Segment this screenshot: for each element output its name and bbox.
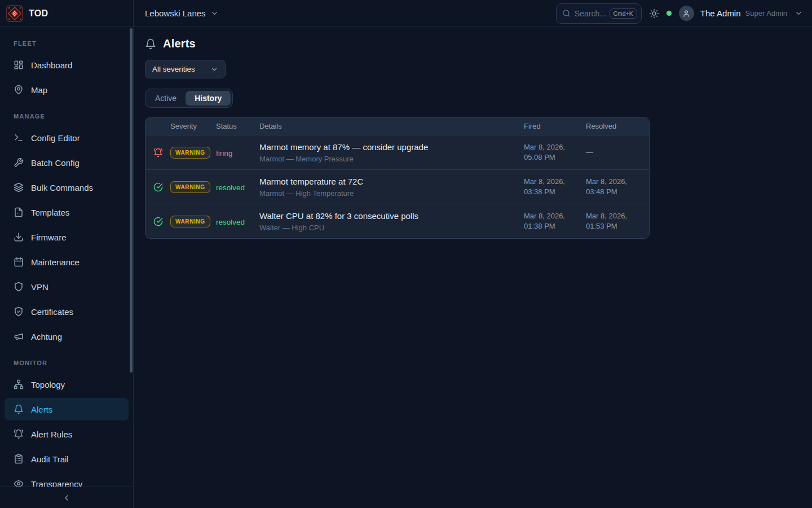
layers-icon <box>14 182 24 192</box>
sidebar-item-vpn[interactable]: VPN <box>5 275 129 298</box>
sidebar-item-achtung[interactable]: Achtung <box>5 325 129 348</box>
sidebar-item-templates[interactable]: Templates <box>5 201 129 224</box>
chevron-down-icon <box>795 9 803 17</box>
sidebar-item-label: Alerts <box>31 405 52 414</box>
search-input[interactable] <box>575 9 606 18</box>
sidebar-item-certificates[interactable]: Certificates <box>5 300 129 323</box>
sidebar-item-transparency[interactable]: Transparency <box>5 472 129 487</box>
sidebar-collapse-button[interactable] <box>62 493 71 502</box>
search-shortcut-badge: Cmd+K <box>610 8 637 19</box>
fired-timestamp: Mar 8, 2026, 01:38 PM <box>524 211 586 231</box>
column-header-resolved: Resolved <box>586 122 649 130</box>
severity-badge: WARNING <box>170 216 210 227</box>
bell-icon <box>145 38 156 50</box>
user-icon <box>682 10 690 17</box>
brand[interactable]: TOD <box>0 0 134 27</box>
section-label: MANAGE <box>0 108 133 124</box>
app-title: TOD <box>29 8 48 19</box>
status-text: resolved <box>216 183 245 192</box>
terminal-icon <box>14 133 24 143</box>
sidebar-section-manage: MANAGE Config Editor Batch Config Bulk C… <box>0 108 133 348</box>
column-header-status: Status <box>216 122 259 130</box>
alert-subtitle: Walter — High CPU <box>259 224 515 232</box>
org-name: Lebowski Lanes <box>145 8 206 18</box>
table-row[interactable]: WARNING firing Marmot memory at 87% — co… <box>145 135 649 169</box>
sidebar-item-label: Achtung <box>31 332 62 341</box>
sidebar-item-label: Bulk Commands <box>31 183 93 192</box>
resolved-timestamp: — <box>586 147 649 157</box>
table-row[interactable]: WARNING resolved Marmot temperature at 7… <box>145 169 649 204</box>
chevron-left-icon <box>62 493 71 502</box>
sidebar-item-firmware[interactable]: Firmware <box>5 226 129 248</box>
calendar-icon <box>14 257 24 267</box>
sidebar-item-label: Map <box>31 85 47 95</box>
sidebar-item-label: VPN <box>31 282 48 292</box>
severity-badge: WARNING <box>170 147 210 159</box>
sidebar-item-map[interactable]: Map <box>5 78 129 101</box>
shield-icon <box>14 282 24 292</box>
user-name: The Admin <box>700 8 741 18</box>
sidebar-item-label: Transparency <box>31 479 82 487</box>
theme-toggle-button[interactable] <box>649 8 659 19</box>
column-header-details: Details <box>259 122 524 130</box>
sidebar-item-dashboard[interactable]: Dashboard <box>5 54 129 76</box>
column-header-severity: Severity <box>170 122 216 130</box>
sidebar-item-label: Maintenance <box>31 257 80 267</box>
sidebar-item-alerts[interactable]: Alerts <box>5 398 129 421</box>
sidebar-item-label: Audit Trail <box>31 454 69 464</box>
sidebar-item-label: Dashboard <box>31 60 72 70</box>
topbar: TOD Lebowski Lanes Cmd+K Th <box>0 0 812 27</box>
dashboard-icon <box>14 60 24 70</box>
user-menu-button[interactable] <box>795 9 803 17</box>
sidebar-item-batch-config[interactable]: Batch Config <box>5 151 129 174</box>
sidebar-item-label: Batch Config <box>31 158 80 168</box>
fired-timestamp: Mar 8, 2026, 03:38 PM <box>524 177 586 196</box>
sidebar-footer <box>0 487 133 508</box>
alert-subtitle: Marmot — Memory Pressure <box>259 155 515 163</box>
app-logo-icon <box>6 5 23 22</box>
sidebar-item-alert-rules[interactable]: Alert Rules <box>5 423 129 445</box>
alerts-table: Severity Status Details Fired Resolved W… <box>145 117 650 239</box>
sidebar-item-topology[interactable]: Topology <box>5 373 129 396</box>
alert-subtitle: Marmot — High Temperature <box>259 189 515 198</box>
sidebar-item-config-editor[interactable]: Config Editor <box>5 126 129 149</box>
sidebar-section-monitor: MONITOR Topology Alerts Alert Rules <box>0 354 133 487</box>
alert-title: Walter CPU at 82% for 3 consecutive poll… <box>259 211 515 221</box>
sidebar-item-maintenance[interactable]: Maintenance <box>5 251 129 273</box>
download-icon <box>14 232 24 242</box>
fired-timestamp: Mar 8, 2026, 05:08 PM <box>524 142 586 162</box>
table-row[interactable]: WARNING resolved Walter CPU at 82% for 3… <box>145 204 649 238</box>
alert-title: Marmot temperature at 72C <box>259 177 515 186</box>
sidebar: FLEET Dashboard Map MANAGE Config Editor <box>0 27 134 508</box>
sidebar-item-label: Topology <box>31 380 65 389</box>
severity-filter-select[interactable]: All severities <box>145 60 226 78</box>
org-switcher[interactable]: Lebowski Lanes <box>145 8 219 18</box>
avatar[interactable] <box>679 6 694 21</box>
main-content: Alerts All severities Active History Sev… <box>134 27 812 508</box>
check-circle-icon <box>153 182 163 192</box>
sidebar-item-bulk-commands[interactable]: Bulk Commands <box>5 176 129 199</box>
search-box[interactable]: Cmd+K <box>556 3 642 24</box>
file-icon <box>14 207 24 217</box>
sidebar-item-label: Config Editor <box>31 133 80 143</box>
sidebar-section-fleet: FLEET Dashboard Map <box>0 35 133 101</box>
section-label: MONITOR <box>0 354 133 371</box>
check-circle-icon <box>153 217 163 226</box>
section-label: FLEET <box>0 35 133 51</box>
severity-filter-value: All severities <box>152 65 195 73</box>
status-text: resolved <box>216 218 245 226</box>
megaphone-icon <box>14 331 24 341</box>
sidebar-scrollbar[interactable] <box>130 28 133 373</box>
sidebar-item-label: Alert Rules <box>31 430 72 439</box>
map-pin-icon <box>14 85 24 95</box>
tab-history[interactable]: History <box>186 91 231 106</box>
page-title: Alerts <box>163 37 196 50</box>
topbar-actions: Cmd+K The Admin Super Admin <box>556 3 812 24</box>
resolved-timestamp: Mar 8, 2026, 03:48 PM <box>586 177 649 196</box>
network-icon <box>14 379 24 389</box>
tab-active[interactable]: Active <box>147 91 184 106</box>
sidebar-item-label: Certificates <box>31 307 73 317</box>
status-text: firing <box>216 149 232 157</box>
sidebar-item-audit-trail[interactable]: Audit Trail <box>5 448 129 470</box>
table-header: Severity Status Details Fired Resolved <box>145 117 649 135</box>
